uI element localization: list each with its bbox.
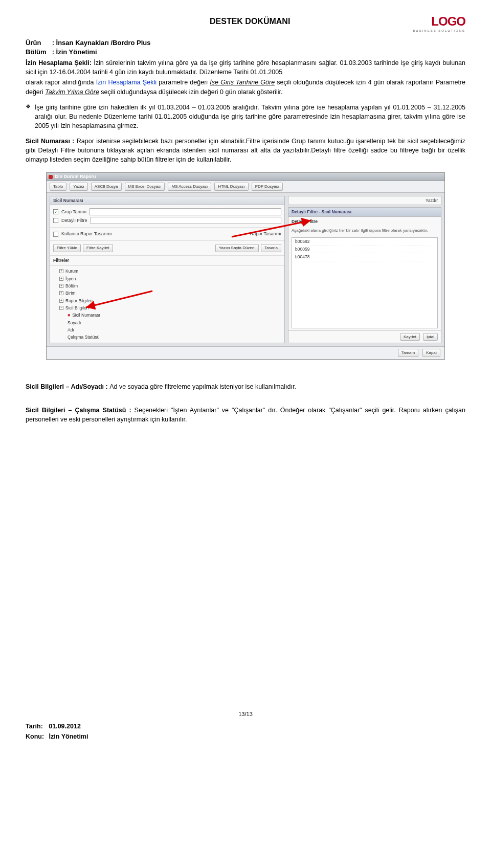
sicil-numarasi-text: Rapor istenirse seçilebilecek bazı perso… [26,138,465,163]
detayli-filtre-label: Detaylı Filtre [61,217,87,224]
kr-tasarim-checkbox[interactable] [53,232,58,237]
list-item[interactable]: b00582 [292,238,437,246]
brand-logo: LOGO [431,14,465,28]
tree-sublabel: Adı [68,327,74,333]
tree-item[interactable]: +Birim [54,290,280,297]
export-ascii-button[interactable]: ASCII Dosya [91,183,122,191]
tamam-button[interactable]: Tamam [398,349,418,357]
iptal-button[interactable]: İptal [423,333,438,341]
export-tablo-button[interactable]: Tablo [50,183,66,191]
app-screenshot: İzin Durum Raporu Tablo Yazıcı ASCII Dos… [46,172,445,360]
tree-label: Birim [65,290,75,296]
tree-label: Kurum [65,268,78,274]
urun-value: : İnsan Kaynakları /Bordro Plus [52,39,151,47]
tree-subitem[interactable]: Soyadı [54,319,280,326]
filter-tree: +Kurum +İşyeri +Bölüm +Birim +Rapor Bilg… [50,265,284,343]
export-toolbar: Tablo Yazıcı ASCII Dosya MS Excel Dosyas… [47,181,444,193]
expand-icon[interactable]: + [59,277,63,281]
grup-tanimi-input[interactable] [90,208,281,215]
tree-label: İşyeri [65,276,76,282]
bullet-paragraph: İşe giriş tarihine göre izin hakedilen i… [26,103,465,130]
footer-konu-value: İzin Yönetimi [49,733,88,740]
window-title: İzin Durum Raporu [55,173,96,180]
para1-text: İzin sürelerinin takvim yılına göre ya d… [26,59,465,76]
tree-item[interactable]: +Bölüm [54,282,280,290]
tree-subitem[interactable]: Çalışma Statüsü [54,333,280,341]
sicil-statu-label: Sicil Bilgileri – Çalışma Statüsü : [26,407,135,414]
sicil-adsoyad-label: Sicil Bilgileri – Adı/Soyadı : [26,383,109,390]
list-item[interactable]: b00059 [292,246,437,253]
para2-t1: olarak rapor alındığında [26,79,96,86]
detay-panel-title: Detaylı Filtre - Sicil Numarası [288,208,441,216]
filtreler-header: Filtreler [50,256,284,265]
kapat-button[interactable]: Kapat [422,349,440,357]
export-excel-button[interactable]: MS Excel Dosyası [125,183,165,191]
tasarla-button[interactable]: Tasarla [261,244,281,252]
tree-item[interactable]: −Sicil Bilgileri [54,304,280,311]
tree-subitem-sicil-numarasi[interactable]: ■Sicil Numarası [54,311,280,319]
bolum-value: : İzin Yönetimi [52,48,97,56]
expand-icon[interactable]: + [59,284,63,288]
izin-hesaplama-sekli-label: İzin Hesaplama Şekli: [26,59,92,66]
bolum-label: Bölüm [26,48,50,57]
para2-u2: Takvim Yılına Göre [45,88,99,96]
tree-subitem[interactable]: Adı [54,326,280,333]
detay-description: Aşağıdaki alana girdiğiniz her bir satır… [288,226,441,235]
brand-tagline: BUSINESS SOLUTIONS [413,29,465,33]
tree-label: Bölüm [65,283,78,289]
grup-tanimi-checkbox[interactable] [53,209,58,214]
tree-sublabel: Çalışma Statüsü [68,334,99,340]
detayli-filtre-input[interactable] [91,217,281,224]
grup-tanimi-label: Grup Tanımı [61,209,86,215]
footer-tarih-value: 01.09.2012 [49,723,81,730]
expand-icon[interactable]: + [59,291,63,295]
footer-tarih-label: Tarih: [26,723,43,730]
para2-u1: İşe Giriş Tarihine Göre [210,79,275,86]
export-pdf-button[interactable]: PDF Dosyası [252,183,283,191]
list-item[interactable]: b00478 [292,253,437,261]
urun-label: Ürün [26,38,50,48]
sicil-numarasi-label: Sicil Numarası : [26,138,77,145]
tree-sublabel: Sicil Numarası [72,312,100,318]
expand-icon[interactable]: + [59,269,63,273]
filtre-kaydet-button[interactable]: Filtre Kaydet [83,244,113,252]
yazdir-label[interactable]: Yazdır [288,196,441,205]
footer-konu-label: Konu: [26,733,44,740]
sicil-list[interactable]: b00582 b00059 b00478 [292,237,438,328]
kr-tasarim-label: Kullanıcı Rapor Tasarımı [61,231,111,237]
detay-bold-label: Detaylı Filtre [288,217,441,226]
window-icon [49,175,53,179]
filtre-yukle-button[interactable]: Filtre Yükle [53,244,81,252]
tree-sublabel: Soyadı [68,320,81,326]
para2-t4: seçili olduğundaysa düşülecek izin değer… [99,88,283,96]
para2-blue: İzin Hesaplama Şekli [96,79,157,86]
tree-item[interactable]: +İşyeri [54,275,280,282]
window-titlebar: İzin Durum Raporu [47,173,444,181]
kaydet-button[interactable]: Kaydet [400,333,420,341]
page-number: 13/13 [26,710,465,719]
para2-t2: parametre değeri [157,79,210,86]
export-yazici-button[interactable]: Yazıcı [70,183,88,191]
detayli-filtre-checkbox[interactable] [53,218,58,223]
document-title: DESTEK DOKÜMANI [87,15,413,27]
tree-label: Sicil Bilgileri [65,305,88,311]
tree-item[interactable]: +Rapor Bilgileri [54,297,280,304]
left-panel-title: Sicil Numarası [50,196,284,205]
tree-item[interactable]: +Kurum [54,268,280,275]
export-html-button[interactable]: HTML Dosyası [214,183,249,191]
expand-icon[interactable]: + [59,299,63,303]
export-access-button[interactable]: MS Access Dosyası [168,183,211,191]
sicil-adsoyad-text: Ad ve soyada göre filtreleme yapılmak is… [109,383,296,390]
yazici-sayfa-button[interactable]: Yazıcı Sayfa Düzeni [215,244,259,252]
rapor-tasarim-label: Rapor Tasarımı [250,231,281,237]
tree-label: Rapor Bilgileri [65,298,93,304]
collapse-icon[interactable]: − [59,306,63,310]
